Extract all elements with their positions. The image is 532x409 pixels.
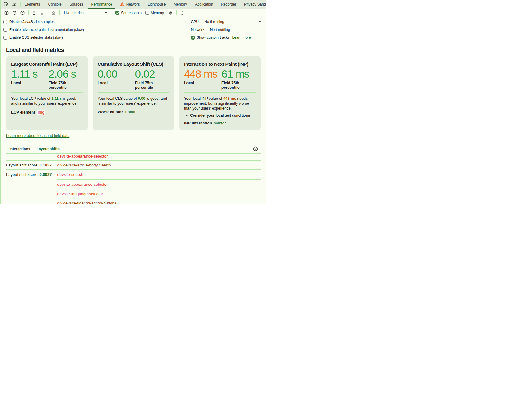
history-select-value: Live metrics <box>64 11 84 15</box>
checkbox-unchecked-icon <box>3 28 7 32</box>
lcp-element-row: LCP element img <box>11 110 83 115</box>
lcp-description: Your local LCP value of 1.11 s is good, … <box>11 96 82 106</box>
tab-label: Sources <box>70 2 83 6</box>
node-link[interactable]: div.devsite-floating-action-buttons <box>57 201 261 204</box>
network-throttling-select[interactable]: Network: No throttling <box>191 26 266 34</box>
cls-worst-cluster-label: Worst cluster <box>98 110 123 114</box>
lcp-field-value: 2.06 s <box>49 68 83 80</box>
warning-triangle-icon <box>120 2 124 6</box>
chevron-down-icon <box>259 21 261 23</box>
inspect-cursor-icon <box>3 2 8 7</box>
node-link[interactable]: devsite-search <box>57 172 261 177</box>
custom-tracks-learn-more-link[interactable]: Learn more <box>232 35 251 40</box>
tab-lighthouse[interactable]: Lighthouse <box>144 0 170 9</box>
record-button[interactable] <box>2 9 10 17</box>
inp-inline-value: 448 ms <box>223 96 236 101</box>
inp-field-label: Field 75th percentile <box>221 81 252 90</box>
inspect-element-button[interactable] <box>3 2 8 7</box>
tab-network[interactable]: Network <box>116 0 144 9</box>
inp-interaction-link[interactable]: pointer <box>214 121 226 125</box>
memory-checkbox[interactable]: Memory <box>145 11 164 15</box>
device-toolbar-button[interactable] <box>12 2 17 7</box>
panel-tabs: Elements Console Sources Performance Net… <box>21 0 266 9</box>
clear-log-button[interactable] <box>253 146 258 152</box>
consider-label: Consider your local test conditions <box>190 113 250 118</box>
clear-icon <box>20 10 25 15</box>
gc-button[interactable] <box>166 9 174 17</box>
cls-worst-cluster-row: Worst cluster 1 shift <box>98 110 170 114</box>
home-button[interactable] <box>49 9 57 17</box>
reload-and-record-button[interactable] <box>10 9 18 17</box>
node-link[interactable]: devsite-language-selector <box>57 192 261 196</box>
upload-icon <box>32 10 37 15</box>
lcp-card: Largest Contentful Paint (LCP) 1.11 s Lo… <box>6 56 88 130</box>
tab-label: Memory <box>174 2 187 6</box>
tab-label: Layout shifts <box>37 147 60 151</box>
tab-label: Network <box>126 2 140 6</box>
tab-performance[interactable]: Performance <box>87 0 116 9</box>
load-profile-button[interactable] <box>30 9 38 17</box>
card-divider <box>11 92 83 93</box>
history-select[interactable]: Live metrics <box>62 10 109 16</box>
record-icon <box>4 10 9 15</box>
clear-button[interactable] <box>18 9 26 17</box>
cls-local-label: Local <box>98 81 128 85</box>
node-link[interactable]: div.devsite-article-body.clearfix <box>57 163 261 167</box>
inp-local-value: 448 ms <box>184 68 221 80</box>
cls-card: Cumulative Layout Shift (CLS) 0.00 Local… <box>93 56 174 130</box>
tab-sources[interactable]: Sources <box>66 0 87 9</box>
tab-label: Application <box>195 2 213 6</box>
cpu-throttling-select[interactable]: CPU: No throttling <box>191 18 266 26</box>
node-link[interactable]: devsite-appearance-selector <box>57 182 261 187</box>
consider-local-conditions-expander[interactable]: Consider your local test conditions <box>184 113 256 118</box>
tab-label: Interactions <box>10 147 30 151</box>
cpu-label: CPU: <box>191 20 200 24</box>
tab-layout-shifts[interactable]: Layout shifts <box>33 145 63 153</box>
log-tabbar: Interactions Layout shifts <box>6 145 261 153</box>
lcp-inline-value: 1.11 s <box>51 96 62 101</box>
chevron-down-icon <box>105 12 107 14</box>
disclosure-triangle-icon <box>186 114 188 117</box>
tab-label: Privacy Sandbox <box>244 2 266 6</box>
network-label: Network: <box>191 28 205 32</box>
show-custom-tracks-checkbox[interactable]: Show custom tracks <box>191 35 230 40</box>
collapse-pane-button[interactable] <box>178 9 186 17</box>
tab-elements[interactable]: Elements <box>21 0 44 9</box>
tab-recorder[interactable]: Recorder <box>217 0 240 9</box>
tab-label: Performance <box>91 2 112 6</box>
score-label: Layout shift score: <box>6 172 40 177</box>
lcp-element-node-link[interactable]: img <box>37 110 46 115</box>
node-link[interactable]: devsite-appearance-selector <box>57 154 261 158</box>
capture-settings-pane: Disable JavaScript samples Enable advanc… <box>1 17 266 41</box>
collapse-icon <box>180 10 185 15</box>
lcp-card-title: Largest Contentful Paint (LCP) <box>11 61 83 67</box>
tab-interactions[interactable]: Interactions <box>6 145 33 153</box>
toolbar-separator <box>59 10 60 15</box>
screenshots-label: Screenshots <box>121 11 142 15</box>
cls-worst-cluster-link[interactable]: 1 shift <box>124 110 135 114</box>
tab-privacy-sandbox[interactable]: Privacy Sandbox <box>240 0 266 9</box>
layout-shift-row: Layout shift score: 0.1837 div.devsite-a… <box>6 161 261 169</box>
checkbox-label: Enable advanced paint instrumentation (s… <box>9 28 84 32</box>
chevron-down-icon <box>266 29 266 30</box>
learn-more-local-field-link[interactable]: Learn more about local and field data <box>6 134 69 138</box>
checkbox-label: Disable JavaScript samples <box>9 20 54 24</box>
tab-memory[interactable]: Memory <box>170 0 191 9</box>
checkbox-checked-icon <box>191 36 195 40</box>
score-value: 0.1837 <box>40 163 57 167</box>
tab-application[interactable]: Application <box>191 0 217 9</box>
network-value: No throttling <box>210 28 230 32</box>
live-metrics-view: Local and field metrics Largest Contentf… <box>1 46 266 204</box>
inp-interaction-row: INP interaction pointer <box>184 121 256 125</box>
cpu-value: No throttling <box>204 20 224 24</box>
screenshots-checkbox[interactable]: Screenshots <box>115 11 142 15</box>
capture-settings-right: CPU: No throttling Network: No throttlin… <box>191 18 266 42</box>
tab-console[interactable]: Console <box>44 0 66 9</box>
cls-field-value: 0.02 <box>135 68 170 80</box>
lcp-local-value: 1.11 s <box>11 68 49 80</box>
save-profile-button[interactable] <box>38 9 46 17</box>
memory-label: Memory <box>151 11 164 15</box>
layout-shift-row: devsite-appearance-selector <box>6 154 261 160</box>
checkbox-unchecked-icon <box>3 20 7 24</box>
inp-card: Interaction to Next Paint (INP) 448 ms L… <box>179 56 261 130</box>
